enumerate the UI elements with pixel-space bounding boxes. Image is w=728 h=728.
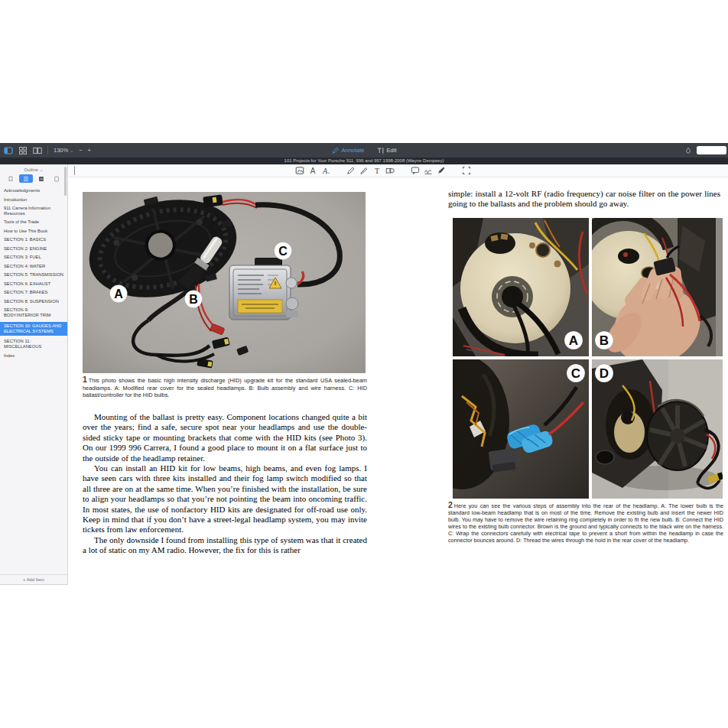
shapes-icon[interactable] [385, 166, 395, 175]
top-toolbar: 130% ⌄ − + Annotate Edit [0, 143, 728, 158]
annotation-tools: A A T [295, 166, 471, 175]
markup-thumbnail-icon[interactable] [295, 166, 304, 175]
outline-item[interactable]: SECTION 7: BRAKES [4, 290, 64, 295]
zoom-level-value: 130% [54, 147, 68, 154]
marker-tool-icon[interactable] [684, 147, 692, 154]
note-icon[interactable] [411, 166, 420, 175]
outline-item[interactable]: SECTION 2: ENGINE [4, 246, 64, 252]
zoom-in-button[interactable]: + [88, 147, 91, 154]
sidebar-toggle-icon[interactable] [4, 146, 13, 155]
caption-photo-2: 2Here you can see the various steps of a… [448, 502, 723, 544]
signature-icon[interactable] [424, 166, 433, 175]
add-item-button[interactable]: + Add Item [0, 574, 67, 584]
label-c: C [278, 245, 288, 258]
outline-item-selected[interactable]: SECTION 10: GAUGES AND ELECTRICAL SYSTEM… [0, 322, 67, 336]
edit-button[interactable]: Edit [377, 147, 397, 154]
sidebar-view-tabs [0, 174, 67, 183]
outline-item[interactable]: SECTION 3: FUEL [4, 255, 64, 260]
pen-tool-icon[interactable] [437, 166, 446, 175]
tab-annotations[interactable] [34, 174, 48, 183]
label-c: C [571, 366, 580, 381]
edit-label: Edit [387, 147, 397, 154]
two-page-view-icon[interactable] [33, 146, 42, 155]
svg-text:T: T [375, 167, 379, 175]
paragraph: Mounting of the ballast is pretty easy. … [83, 412, 367, 463]
font-picker-icon[interactable]: A [321, 166, 330, 175]
annotate-label: Annotate [342, 147, 365, 154]
text-tool-icon[interactable]: T [372, 166, 382, 175]
outline-item[interactable]: SECTION 1: BASICS [4, 237, 64, 242]
text-style-icon[interactable]: A [308, 166, 317, 175]
caption-1-text: This photo shows the basic high intensit… [83, 377, 367, 398]
caption-1-number: 1 [83, 375, 87, 384]
tab-outline[interactable] [19, 174, 33, 183]
text-edit-icon [377, 147, 385, 154]
annotate-pencil-icon [332, 147, 340, 154]
outline-item[interactable]: SECTION 5: TRANSMISSION [4, 272, 64, 278]
paragraph: The only downside I found from installin… [83, 535, 367, 556]
outline-item[interactable]: SECTION 9: BODY/INTERIOR TRIM [4, 307, 64, 318]
zoom-out-button[interactable]: − [79, 147, 82, 154]
body-text-column: Mounting of the ballast is pretty easy. … [83, 412, 367, 556]
round-rear-cover [647, 400, 708, 470]
tab-pages[interactable] [50, 174, 63, 183]
outline-item[interactable]: SECTION 4: WATER [4, 264, 64, 269]
annotation-toolbar: A A T [69, 164, 728, 177]
ballast-controller [229, 258, 298, 320]
highlighter-icon[interactable] [359, 166, 369, 175]
right-column-text: simple: install a 12-volt RF (radio freq… [448, 189, 720, 210]
window-title: 101 Projects for Your Porsche 911, 996 a… [0, 158, 728, 164]
label-b: B [189, 293, 198, 306]
ebook-reader-window: 130% ⌄ − + Annotate Edit [0, 0, 728, 728]
label-a: A [569, 333, 578, 348]
chevron-down-icon: ⌄ [70, 148, 73, 153]
label-a: A [114, 288, 123, 301]
photo-assembly-grid: A [453, 218, 723, 499]
toolbar-left-group: 130% ⌄ − + [4, 143, 91, 158]
outline-item[interactable]: SECTION 6: EXHAUST [4, 281, 64, 287]
caption-2-text: Here you can see the various steps of as… [448, 502, 723, 544]
chevron-down-icon: ⌄ [40, 167, 44, 172]
svg-text:A: A [322, 167, 328, 175]
photo-step-b: B [592, 218, 723, 356]
outline-item[interactable]: How to Use This Book [4, 229, 64, 234]
toolbar-divider [47, 146, 48, 154]
thumbnail-grid-icon[interactable] [18, 146, 28, 155]
toolbar-center-group: Annotate Edit [332, 143, 397, 158]
paragraph: You can install an HID kit for low beams… [83, 463, 367, 535]
search-input[interactable] [697, 146, 726, 154]
bookmark-icon [9, 177, 12, 181]
photo-hid-kit: A B C [83, 192, 366, 373]
sidebar-header[interactable]: Outline ⌄ [0, 167, 67, 172]
outline-item[interactable]: Tools of the Trade [4, 219, 64, 225]
label-b: B [600, 333, 609, 348]
tab-bookmarks[interactable] [4, 174, 18, 183]
label-d: D [600, 366, 609, 381]
outline-list-icon [24, 177, 28, 180]
photo-step-c: C [453, 359, 589, 499]
outline-item[interactable]: Index [4, 353, 64, 359]
svg-text:A: A [310, 167, 316, 175]
outline-item[interactable]: Acknowledgments [4, 188, 64, 193]
toolbar-right-group [684, 143, 728, 158]
caption-2-number: 2 [448, 500, 453, 509]
caption-photo-1: 1This photo shows the basic high intensi… [83, 376, 367, 399]
outline-item[interactable]: 911 Carrera Information Resources [4, 206, 64, 216]
outline-list: Acknowledgments Introduction 911 Carrera… [0, 188, 67, 359]
zoom-level-dropdown[interactable]: 130% ⌄ [54, 147, 73, 154]
annotate-button[interactable]: Annotate [332, 147, 365, 154]
photo-step-a: A [453, 218, 589, 356]
pencil-icon[interactable] [346, 166, 356, 175]
selection-box-icon[interactable] [462, 166, 471, 175]
outline-sidebar: Outline ⌄ [0, 164, 68, 585]
photo-step-d: D [592, 359, 723, 499]
page-icon [55, 177, 59, 181]
sidebar-header-label: Outline [24, 167, 38, 172]
outline-item[interactable]: SECTION 8: SUSPENSION [4, 299, 64, 304]
text-cursor [74, 166, 75, 175]
sidebar-scrollbar[interactable] [64, 167, 67, 196]
outline-item[interactable]: SECTION 11: MISCELLANEOUS [4, 339, 64, 349]
outline-item[interactable]: Introduction [4, 197, 64, 203]
